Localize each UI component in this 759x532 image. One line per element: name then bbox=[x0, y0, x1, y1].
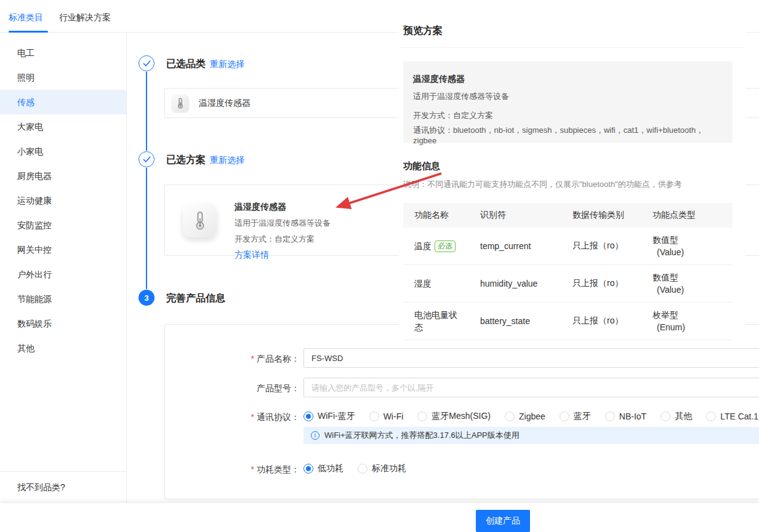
bottom-action-bar bbox=[0, 503, 759, 532]
radio-checked-icon bbox=[303, 411, 313, 421]
product-model-label-text: 产品型号： bbox=[257, 383, 300, 393]
radio-icon bbox=[505, 411, 515, 421]
radio-label: Zigbee bbox=[519, 411, 545, 421]
thermometer-icon bbox=[183, 204, 217, 237]
sidebar-item-large-appliance[interactable]: 大家电 bbox=[0, 114, 126, 139]
col-function-name: 功能名称 bbox=[403, 210, 469, 221]
product-model-input[interactable] bbox=[303, 378, 759, 397]
required-mark: * bbox=[251, 354, 254, 363]
dp-type-line2: (Value) bbox=[653, 246, 729, 258]
solution-detail-link[interactable]: 方案详情 bbox=[235, 250, 331, 261]
solution-preview-panel: 预览方案 温湿度传感器 适用于温湿度传感器等设备 开发方式：自定义方案 通讯协议… bbox=[399, 0, 745, 345]
info-icon: i bbox=[311, 431, 319, 440]
radio-label: WiFi-蓝牙 bbox=[318, 411, 355, 422]
preview-solution-desc: 适用于温湿度传感器等设备 bbox=[413, 91, 723, 102]
preview-title: 预览方案 bbox=[403, 25, 443, 38]
create-product-page: 标准类目 行业解决方案 电工 照明 传感 大家电 小家电 厨房电器 运动健康 安… bbox=[0, 0, 759, 532]
radio-low-power[interactable]: 低功耗 bbox=[303, 463, 343, 474]
required-badge: 必选 bbox=[435, 240, 456, 252]
function-name: 电池电量状态 bbox=[414, 309, 465, 333]
protocol-hint-text: WiFi+蓝牙联网方式，推荐搭配3.17.6以上APP版本使用 bbox=[324, 430, 520, 441]
sidebar-item-sport-health[interactable]: 运动健康 bbox=[0, 188, 126, 213]
product-name-label-text: 产品名称： bbox=[257, 354, 300, 363]
power-type-label-text: 功耗类型： bbox=[257, 464, 300, 474]
protocol-hint-banner: i WiFi+蓝牙联网方式，推荐搭配3.17.6以上APP版本使用 bbox=[303, 427, 759, 444]
selected-category-name: 温湿度传感器 bbox=[199, 98, 251, 109]
protocol-radio-group: WiFi-蓝牙 Wi-Fi 蓝牙Mesh(SIG) Zigbee 蓝牙 NB-I… bbox=[303, 411, 758, 422]
radio-standard-power[interactable]: 标准功耗 bbox=[358, 463, 406, 474]
sidebar-item-sensor[interactable]: 传感 bbox=[0, 90, 126, 114]
dp-type-cell: 数值型 (Value) bbox=[641, 234, 733, 258]
preview-summary-box: 温湿度传感器 适用于温湿度传感器等设备 开发方式：自定义方案 通讯协议：blue… bbox=[403, 62, 733, 143]
radio-lte-cat1[interactable]: LTE Cat.1 bbox=[706, 411, 758, 421]
sidebar-item-energy[interactable]: 节能能源 bbox=[0, 287, 126, 311]
thermometer-icon bbox=[172, 95, 189, 112]
radio-nbiot[interactable]: NB-IoT bbox=[605, 411, 646, 421]
function-name-cell: 温度 必选 bbox=[403, 240, 469, 252]
solution-desc: 适用于温湿度传感器等设备 bbox=[235, 218, 331, 229]
function-table: 功能名称 识别符 数据传输类别 功能点类型 温度 必选 temp_current… bbox=[403, 203, 733, 340]
radio-wifi[interactable]: Wi-Fi bbox=[369, 411, 404, 421]
radio-wifi-bluetooth[interactable]: WiFi-蓝牙 bbox=[303, 411, 355, 422]
product-name-input[interactable] bbox=[303, 348, 759, 368]
transfer-cell: 只上报（ro） bbox=[561, 316, 641, 327]
power-type-label: *功耗类型： bbox=[158, 464, 300, 475]
required-mark: * bbox=[251, 412, 254, 422]
category-sidebar: 电工 照明 传感 大家电 小家电 厨房电器 运动健康 安防监控 网关中控 户外出… bbox=[0, 33, 127, 503]
protocol-label-text: 通讯协议： bbox=[257, 412, 300, 422]
solution-card-text: 温湿度传感器 适用于温湿度传感器等设备 开发方式：自定义方案 方案详情 bbox=[235, 202, 331, 261]
dp-type-cell: 数值型 (Value) bbox=[641, 271, 733, 296]
step1-reselect-link[interactable]: 重新选择 bbox=[210, 59, 244, 70]
radio-label: 其他 bbox=[675, 411, 692, 422]
cannot-find-category-link[interactable]: 找不到品类? bbox=[0, 471, 126, 503]
product-model-label: 产品型号： bbox=[158, 383, 300, 394]
sidebar-item-small-appliance[interactable]: 小家电 bbox=[0, 139, 126, 164]
sidebar-item-outdoor[interactable]: 户外出行 bbox=[0, 262, 126, 287]
step3-number-badge: 3 bbox=[139, 290, 155, 306]
table-row: 温度 必选 temp_current 只上报（ro） 数值型 (Value) bbox=[403, 228, 733, 265]
function-table-header: 功能名称 识别符 数据传输类别 功能点类型 bbox=[403, 203, 733, 228]
function-info-note: 说明：不同通讯能力可能支持功能点不同，仅展示"bluetooth"的功能点，供参… bbox=[403, 179, 682, 190]
tab-industry-solution[interactable]: 行业解决方案 bbox=[59, 12, 111, 23]
sidebar-item-gateway[interactable]: 网关中控 bbox=[0, 237, 126, 262]
identifier-cell: humidity_value bbox=[469, 279, 561, 288]
sidebar-item-lighting[interactable]: 照明 bbox=[0, 65, 126, 90]
radio-icon bbox=[560, 411, 569, 421]
step2-reselect-link[interactable]: 重新选择 bbox=[210, 155, 244, 166]
step2-check-icon bbox=[139, 151, 155, 167]
step-connector-line bbox=[146, 72, 147, 151]
radio-label: Wi-Fi bbox=[384, 411, 404, 421]
radio-label: LTE Cat.1 bbox=[720, 411, 758, 421]
tab-standard-category[interactable]: 标准类目 bbox=[9, 12, 43, 23]
radio-zigbee[interactable]: Zigbee bbox=[505, 411, 545, 421]
radio-bluetooth[interactable]: 蓝牙 bbox=[560, 411, 591, 422]
function-name-cell: 湿度 bbox=[403, 277, 469, 290]
table-row: 湿度 humidity_value 只上报（ro） 数值型 (Value) bbox=[403, 265, 733, 303]
dp-type-line1: 枚举型 bbox=[653, 309, 729, 321]
sidebar-item-electrical[interactable]: 电工 bbox=[0, 41, 126, 65]
dp-type-line2: (Enum) bbox=[653, 321, 729, 333]
product-name-label: *产品名称： bbox=[158, 354, 300, 365]
radio-other[interactable]: 其他 bbox=[661, 411, 692, 422]
table-row: 电池电量状态 battery_state 只上报（ro） 枚举型 (Enum) bbox=[403, 303, 733, 340]
sidebar-item-others[interactable]: 其他 bbox=[0, 336, 126, 360]
function-info-heading: 功能信息 bbox=[403, 161, 440, 172]
step3-title: 完善产品信息 bbox=[166, 292, 225, 305]
radio-label: NB-IoT bbox=[619, 411, 646, 421]
protocol-label: *通讯协议： bbox=[158, 412, 300, 423]
radio-icon bbox=[369, 411, 379, 421]
sidebar-item-kitchen-appliance[interactable]: 厨房电器 bbox=[0, 164, 126, 188]
preview-solution-name: 温湿度传感器 bbox=[413, 74, 723, 85]
sidebar-item-security-monitor[interactable]: 安防监控 bbox=[0, 213, 126, 237]
radio-bluetooth-mesh[interactable]: 蓝牙Mesh(SIG) bbox=[417, 411, 491, 422]
power-type-radio-group: 低功耗 标准功耗 bbox=[303, 463, 406, 474]
radio-icon bbox=[605, 411, 615, 421]
identifier-cell: temp_current bbox=[469, 241, 561, 251]
required-mark: * bbox=[251, 464, 254, 474]
create-product-button[interactable]: 创建产品 bbox=[476, 510, 530, 532]
sidebar-item-digital-entertainment[interactable]: 数码娱乐 bbox=[0, 311, 126, 336]
dp-type-line1: 数值型 bbox=[653, 271, 729, 284]
radio-icon bbox=[661, 411, 670, 421]
divider bbox=[399, 47, 745, 48]
radio-icon bbox=[358, 464, 367, 474]
